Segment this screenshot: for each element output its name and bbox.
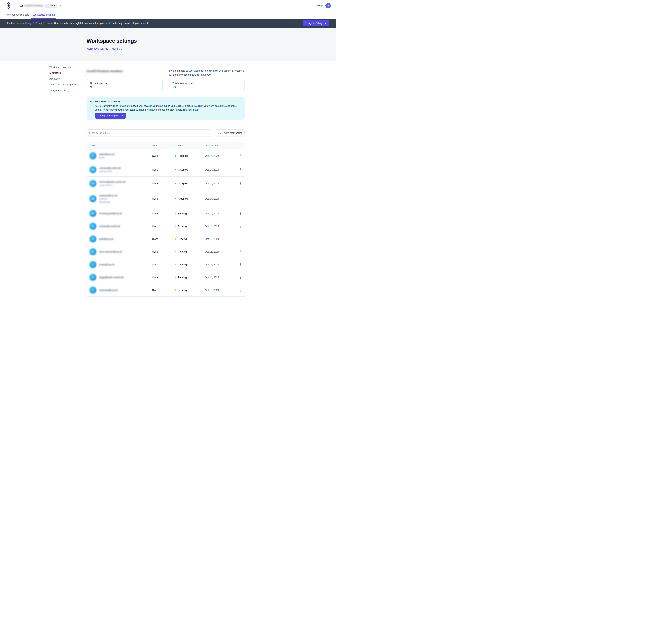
member-name-cell: norman@cure53.deNorman CS3: [99, 167, 121, 173]
filter-input[interactable]: [87, 130, 212, 136]
workspace-name[interactable]: Cure53 Pentests: [24, 4, 43, 7]
table-row: Jjonas@ncy.shOwnerPendingOct 15, 2024: [87, 258, 245, 271]
row-menu-kebab-icon[interactable]: [238, 246, 243, 258]
member-role: Owner: [152, 233, 159, 245]
member-avatar: H: [90, 274, 96, 281]
status-label: Accepted: [178, 168, 188, 171]
member-name-cell: jonas@ncy.sh: [99, 263, 115, 266]
tab-workspace-projects[interactable]: Workspace projects: [6, 11, 30, 19]
workspace-tabs: Workspace projectsWorkspace settings: [0, 11, 336, 19]
column-header-role: ROLE: [152, 144, 158, 147]
row-menu-kebab-icon[interactable]: [238, 220, 243, 233]
member-status: Accepted: [175, 149, 188, 163]
member-name-cell: henning.parl@ncy.sh: [99, 212, 122, 215]
member-name-cell: vanessa@ncy.sh: [99, 289, 118, 291]
sidebar-item-workspace-overview[interactable]: Workspace overview: [49, 66, 82, 69]
member-display-name: Norman CS3: [99, 170, 121, 173]
page-header: Workspace settings Workspace settings / …: [0, 28, 336, 61]
member-avatar: M: [90, 223, 96, 230]
table-row: HPhenning.parl@ncy.shOwnerPendingOct 15,…: [87, 207, 245, 220]
help-link[interactable]: Help: [317, 4, 322, 7]
status-dot: [175, 251, 176, 253]
member-display-name: Buckelwag: [99, 201, 117, 203]
status-label: Accepted: [178, 182, 188, 185]
member-name-cell: arne.loenser@ncy.sh: [99, 250, 122, 253]
app-logo-icon[interactable]: [7, 2, 10, 9]
content-area: Workspace overviewMembersAPI keysPlans a…: [0, 61, 336, 316]
row-menu-kebab-icon[interactable]: [238, 149, 243, 163]
member-email: jonas@ncy.sh: [99, 263, 115, 266]
page-title: Workspace settings: [87, 38, 137, 44]
member-date-added: Oct 14, 2024: [205, 190, 219, 207]
member-avatar: HP: [90, 210, 96, 217]
usage-billing-overview-link[interactable]: Usage & Billing Overview: [25, 22, 53, 24]
usage-billing-button[interactable]: Usage & Billing: [303, 20, 329, 26]
row-menu-kebab-icon[interactable]: [238, 177, 243, 190]
member-date-added: Oct 14, 2024: [205, 163, 219, 177]
members-table-header: NAMEROLESTATUSDATE ADDED: [87, 142, 245, 149]
status-label: Pending: [178, 263, 187, 266]
member-role: Owner: [152, 149, 159, 163]
row-menu-kebab-icon[interactable]: [238, 207, 243, 220]
sidebar-item-plans-and-subscription[interactable]: Plans and subscription: [49, 83, 82, 86]
column-header-date-added: DATE ADDED: [205, 144, 219, 147]
chevron-down-icon[interactable]: [58, 4, 61, 7]
row-menu-kebab-icon[interactable]: [238, 233, 243, 245]
tab-workspace-settings[interactable]: Workspace settings: [31, 11, 56, 19]
member-status: Pending: [175, 207, 187, 220]
member-role: Owner: [152, 177, 159, 190]
member-status: Accepted: [175, 190, 188, 207]
row-menu-kebab-icon[interactable]: [238, 163, 243, 177]
stat-value: 3: [90, 86, 159, 89]
member-display-name: Andreas: [99, 198, 117, 200]
top-bar: / Cure53 Pentests Growth Help AB: [0, 0, 336, 11]
sidebar-item-usage-and-billing[interactable]: Usage and billing: [49, 89, 82, 92]
status-label: Pending: [178, 225, 187, 228]
row-menu-kebab-icon[interactable]: [238, 284, 243, 297]
member-status: Pending: [175, 220, 187, 233]
folder-icon: [20, 4, 23, 7]
plan-badge[interactable]: Growth: [45, 3, 57, 8]
member-email: vanessa@ncy.sh: [99, 289, 118, 291]
member-status: Accepted: [175, 163, 188, 177]
member-stats: Project members3Total seats included20: [87, 79, 245, 92]
member-email: piotr@ncy.sh: [99, 238, 113, 240]
member-role: Owner: [152, 220, 159, 233]
manage-subscription-label: Manage subscription: [97, 114, 119, 117]
row-menu-kebab-icon[interactable]: [238, 271, 243, 284]
banner-text-prefix: Explore the new: [7, 22, 25, 24]
stat-label: Total seats included: [172, 82, 241, 85]
status-dot: [175, 264, 176, 265]
member-status: Pending: [175, 258, 187, 271]
table-row: Hhagai@web.cure53.deOwnerPendingOct 14, …: [87, 271, 245, 284]
breadcrumb: Workspace settings / Members: [87, 47, 122, 50]
member-display-name: patrik: [99, 156, 115, 159]
sidebar-item-members[interactable]: Members: [49, 71, 82, 75]
member-avatar: AB: [90, 195, 96, 202]
member-role: Owner: [152, 190, 159, 207]
table-row: Ppiotr@ncy.shOwnerPendingOct 15, 2024: [87, 233, 245, 246]
breadcrumb-settings-link[interactable]: Workspace settings: [87, 47, 108, 50]
status-dot: [175, 155, 176, 157]
member-date-added: Oct 14, 2024: [205, 271, 219, 284]
notice-title: Your Team is Growing!: [95, 100, 121, 103]
member-role: Owner: [152, 246, 159, 258]
member-role: Owner: [152, 163, 159, 177]
manage-subscription-button[interactable]: Manage subscription: [95, 113, 126, 119]
table-row: LHherrera@web.cure53.deLuan HerreraOwner…: [87, 177, 245, 190]
member-status: Pending: [175, 246, 187, 258]
sidebar-item-api-keys[interactable]: API keys: [49, 77, 82, 80]
row-menu-kebab-icon[interactable]: [238, 258, 243, 271]
member-display-name: Luan Herrera: [99, 184, 126, 186]
member-role: Owner: [152, 258, 159, 271]
status-dot: [175, 226, 176, 227]
status-dot: [175, 277, 176, 278]
warning-icon: [89, 100, 93, 104]
member-date-added: Oct 15, 2024: [205, 207, 219, 220]
status-label: Pending: [178, 238, 187, 240]
member-name-cell: andreas@ncy.shAndreasBuckelwag: [99, 194, 117, 203]
member-name-cell: patrik@ncy.shpatrik: [99, 153, 115, 159]
members-table-body: Ppatrik@ncy.shpatrikOwnerAcceptedOct 14,…: [87, 149, 245, 297]
invite-members-button[interactable]: Invite member(s): [216, 130, 245, 136]
user-avatar[interactable]: AB: [326, 3, 331, 8]
